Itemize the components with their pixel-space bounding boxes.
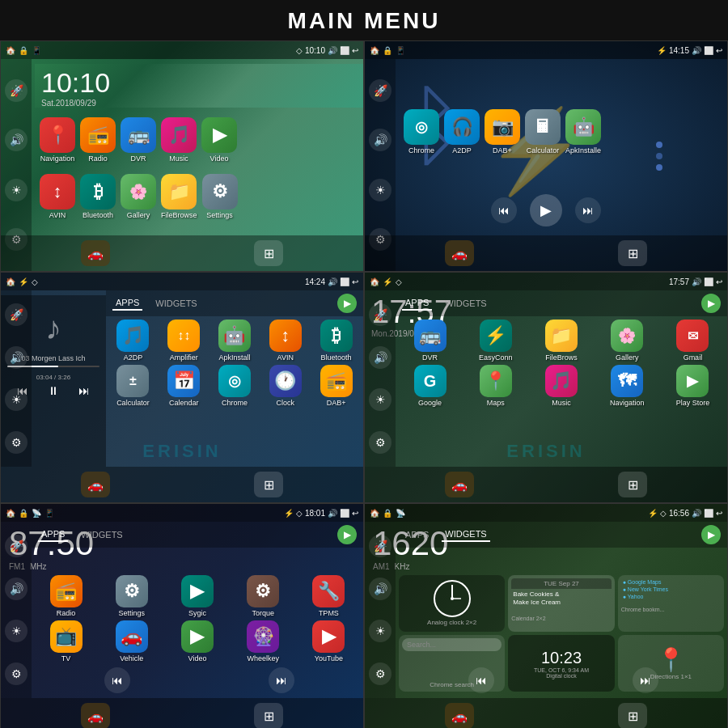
tab-widgets-4[interactable]: WIDGETS <box>442 297 489 310</box>
app-wheelkey[interactable]: 🎡 Wheelkey <box>232 620 294 662</box>
home-icon-2[interactable]: 🏠 <box>370 46 379 55</box>
app-maps[interactable]: 📍 Maps <box>464 365 527 407</box>
app-navigation-4[interactable]: 🗺 Navigation <box>596 365 658 407</box>
car-btn-5[interactable]: 🚗 <box>81 703 110 728</box>
app-torque[interactable]: ⚙ Torque <box>232 575 294 617</box>
rocket-btn-6[interactable]: 🚀 <box>369 535 392 557</box>
back-icon-6[interactable]: ↩ <box>716 509 722 518</box>
brightness-btn-2[interactable]: ☀ <box>369 179 392 201</box>
app-tv[interactable]: 📺 TV <box>35 620 97 662</box>
back-icon-3[interactable]: ↩ <box>352 277 358 286</box>
app-playstore[interactable]: ▶ Play Store <box>662 365 724 407</box>
car-btn-4[interactable]: 🚗 <box>445 472 474 497</box>
rocket-btn-4[interactable]: 🚀 <box>369 303 392 326</box>
app-dvr-4[interactable]: 🚌 DVR <box>399 320 461 362</box>
play-store-btn-4[interactable]: ▶ <box>701 294 721 313</box>
tab-apps-6[interactable]: APPS <box>402 528 432 541</box>
app-settings-5[interactable]: ⚙ Settings <box>100 575 163 617</box>
back-icon-2[interactable]: ↩ <box>716 46 722 55</box>
rocket-btn[interactable]: 🚀 <box>5 79 28 102</box>
widget-calendar[interactable]: TUE Sep 27 Bake Cookies &Make Ice Cream … <box>508 575 614 632</box>
volume-btn-6[interactable]: 🔊 <box>369 578 392 600</box>
am-prev-btn[interactable]: ⏮ <box>468 667 494 693</box>
app-gallery-4[interactable]: 🌸 Gallery <box>596 320 658 362</box>
volume-btn-2[interactable]: 🔊 <box>369 129 392 151</box>
rocket-btn-2[interactable]: 🚀 <box>369 79 392 102</box>
app-avin-3[interactable]: ↕ AVIN <box>261 320 309 362</box>
app-navigation[interactable]: 📍 Navigation <box>40 117 75 163</box>
brightness-btn[interactable]: ☀ <box>5 179 28 201</box>
app-google[interactable]: G Google <box>399 365 461 407</box>
back-icon-5[interactable]: ↩ <box>352 509 358 518</box>
app-music-4[interactable]: 🎵 Music <box>530 365 592 407</box>
tab-widgets-3[interactable]: WIDGETS <box>152 297 200 310</box>
back-icon-4[interactable]: ↩ <box>716 277 722 286</box>
back-icon-1[interactable]: ↩ <box>352 46 358 55</box>
tab-apps-3[interactable]: APPS <box>112 296 142 311</box>
app-chrome-3[interactable]: ◎ Chrome <box>211 365 259 407</box>
app-a2dp[interactable]: 🎧 A2DP <box>444 109 480 154</box>
car-btn-6[interactable]: 🚗 <box>445 703 474 728</box>
play-store-btn-5[interactable]: ▶ <box>337 525 357 544</box>
app-video-5[interactable]: ▶ Video <box>166 620 228 662</box>
volume-btn-4[interactable]: 🔊 <box>369 346 392 369</box>
app-dvr[interactable]: 🚌 DVR <box>121 117 156 163</box>
eq-btn-4[interactable]: ⚙ <box>369 431 392 454</box>
brightness-btn-5[interactable]: ☀ <box>5 620 28 642</box>
radio-next-btn[interactable]: ⏭ <box>269 667 294 693</box>
car-btn-2[interactable]: 🚗 <box>445 240 474 266</box>
widget-analog-clock[interactable]: Analog clock 2×2 <box>399 575 505 632</box>
app-bluetooth[interactable]: ₿ Bluetooth <box>80 174 116 219</box>
bt-next-btn[interactable]: ⏭ <box>575 197 601 223</box>
chrome-search-bar[interactable]: Search... <box>402 638 502 651</box>
tab-widgets-6[interactable]: WIDGETS <box>442 527 489 542</box>
car-btn-3[interactable]: 🚗 <box>81 472 110 497</box>
bt-prev-btn[interactable]: ⏮ <box>491 197 517 223</box>
widget-chrome-bookmarks[interactable]: ● Google Maps ● New York Times ● Yahoo C… <box>618 575 724 632</box>
home-icon-6[interactable]: 🏠 <box>370 509 379 518</box>
am-next-btn[interactable]: ⏭ <box>633 667 658 693</box>
app-music[interactable]: 🎵 Music <box>161 117 197 163</box>
app-gallery[interactable]: 🌸 Gallery <box>121 174 156 219</box>
car-btn-1[interactable]: 🚗 <box>81 240 110 266</box>
app-calculator-3[interactable]: ± Calculator <box>109 365 157 407</box>
app-chrome[interactable]: ◎ Chrome <box>404 109 439 154</box>
app-youtube[interactable]: ▶ YouTube <box>298 620 360 662</box>
app-settings[interactable]: ⚙ Settings <box>202 174 238 219</box>
home-icon-5[interactable]: 🏠 <box>6 509 15 518</box>
play-store-btn-6[interactable]: ▶ <box>701 525 721 544</box>
app-bluetooth-3[interactable]: ₿ Bluetooth <box>312 320 360 362</box>
app-tpms[interactable]: 🔧 TPMS <box>298 575 360 617</box>
tab-apps-5[interactable]: APPS <box>38 527 68 542</box>
apps-btn-6[interactable]: ⊞ <box>618 703 647 728</box>
app-clock-3[interactable]: 🕐 Clock <box>261 365 309 407</box>
apps-btn-2[interactable]: ⊞ <box>618 240 647 266</box>
eq-btn-5[interactable]: ⚙ <box>5 662 28 685</box>
brightness-btn-4[interactable]: ☀ <box>369 388 392 411</box>
app-a2dp-3[interactable]: 🎵 A2DP <box>109 320 157 362</box>
app-apkinstall-3[interactable]: 🤖 ApkInstall <box>211 320 259 362</box>
tab-apps-4[interactable]: APPS <box>402 296 432 311</box>
pause-btn[interactable]: ⏸ <box>48 384 59 397</box>
app-dab[interactable]: 📷 DAB+ <box>485 109 520 154</box>
next-btn[interactable]: ⏭ <box>78 384 90 397</box>
bt-play-btn[interactable]: ▶ <box>530 194 562 226</box>
brightness-btn-3[interactable]: ☀ <box>5 388 28 411</box>
apps-btn-4[interactable]: ⊞ <box>618 472 647 497</box>
app-dab-3[interactable]: 📻 DAB+ <box>312 365 360 407</box>
app-radio[interactable]: 📻 Radio <box>80 117 116 163</box>
app-sygic[interactable]: ▶ Sygic <box>166 575 228 617</box>
radio-prev-btn[interactable]: ⏮ <box>104 667 130 693</box>
rocket-btn-5[interactable]: 🚀 <box>5 535 28 557</box>
app-apkinstaller[interactable]: 🤖 ApkInstalle <box>565 109 601 154</box>
home-icon-4[interactable]: 🏠 <box>370 277 379 286</box>
apps-btn-5[interactable]: ⊞ <box>254 703 283 728</box>
app-filebrows-4[interactable]: 📁 FileBrows <box>530 320 592 362</box>
app-amplifier[interactable]: ↕↕ Amplifier <box>160 320 208 362</box>
app-easyconn[interactable]: ⚡ EasyConn <box>464 320 527 362</box>
app-filebrowse[interactable]: 📁 FileBrowse <box>161 174 197 219</box>
app-gmail[interactable]: ✉ Gmail <box>662 320 724 362</box>
app-avin[interactable]: ↕ AVIN <box>40 174 75 219</box>
play-store-btn-3[interactable]: ▶ <box>337 294 357 313</box>
volume-btn-5[interactable]: 🔊 <box>5 578 28 600</box>
